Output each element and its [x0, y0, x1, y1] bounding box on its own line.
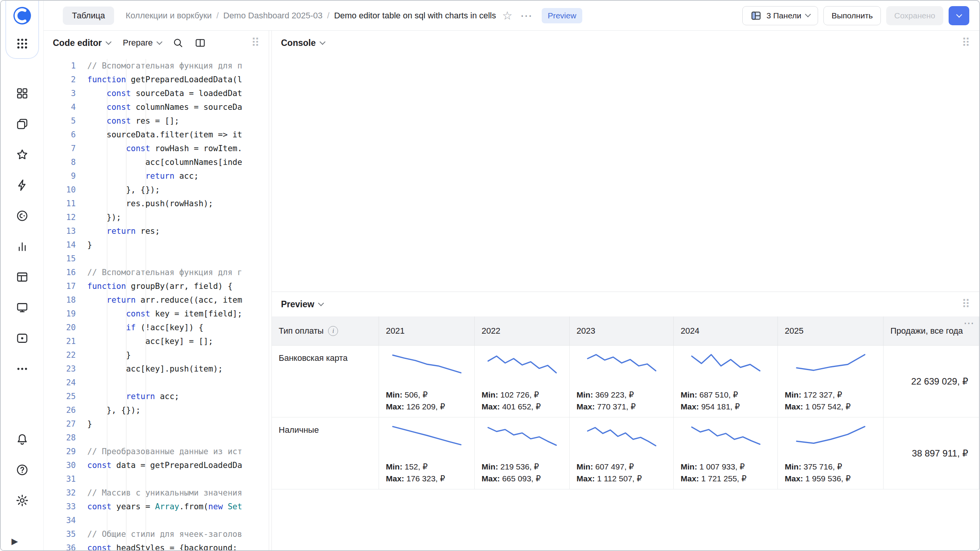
sidebar-nav — [15, 86, 30, 377]
app-window: ▶ Таблица Коллекции и воркбуки/Demo Dash… — [0, 0, 980, 551]
row-total: 22 639 029, ₽ — [884, 346, 979, 417]
minmax-values: Min: 102 726, ₽Max: 401 652, ₽ — [475, 389, 569, 412]
sparkline-chart — [689, 351, 762, 380]
console-selector[interactable]: Console — [281, 38, 325, 48]
split-view-icon[interactable] — [194, 37, 206, 49]
drag-handle-icon[interactable]: ⠿ — [962, 37, 970, 49]
info-icon[interactable]: i — [328, 326, 338, 336]
sparkline-chart — [689, 423, 762, 452]
column-menu-icon[interactable]: ⋯ — [964, 318, 974, 329]
column-header-label: 2025 — [785, 326, 804, 336]
column-header[interactable]: Тип оплатыi — [272, 316, 379, 346]
panels-button[interactable]: 3 Панели — [742, 6, 818, 25]
console-output — [272, 55, 979, 292]
sparkline-chart — [486, 351, 559, 380]
sparkline-cell: Min: 219 536, ₽Max: 665 093, ₽ — [475, 417, 570, 489]
sparkline-cell: Min: 607 497, ₽Max: 1 112 507, ₽ — [570, 417, 674, 489]
code-editor[interactable]: 1234567891011121314151617181920212223242… — [44, 55, 269, 550]
minmax-values: Min: 219 536, ₽Max: 665 093, ₽ — [475, 461, 569, 484]
column-header-label: 2023 — [577, 326, 595, 336]
column-header[interactable]: 2024 — [674, 316, 778, 346]
breadcrumb-separator: / — [216, 11, 219, 21]
code-editor-pane: Code editor Prepare ⠿ 123456789101112131… — [44, 31, 269, 550]
help-icon[interactable] — [15, 462, 30, 478]
sidebar-item-ql[interactable] — [15, 208, 30, 223]
sparkline-cell: Min: 506, ₽Max: 126 209, ₽ — [379, 346, 475, 417]
sparkline-cell: Min: 1 007 933, ₽Max: 1 721 255, ₽ — [674, 417, 778, 489]
minmax-values: Min: 607 497, ₽Max: 1 112 507, ₽ — [570, 461, 673, 484]
chevron-down-icon — [106, 39, 112, 45]
pane-resizer[interactable] — [269, 31, 272, 550]
sidebar-item-collections[interactable] — [15, 116, 30, 132]
notifications-bell-icon[interactable] — [15, 432, 30, 447]
preview-badge[interactable]: Preview — [542, 8, 583, 23]
settings-gear-icon[interactable] — [15, 493, 30, 508]
saved-button[interactable]: Сохранено — [886, 6, 943, 25]
sidebar-item-home[interactable] — [15, 86, 30, 101]
logo-bubble — [5, 1, 39, 59]
sidebar-item-more[interactable] — [15, 361, 30, 377]
sparkline-cell: Min: 152, ₽Max: 176 323, ₽ — [379, 417, 475, 489]
breadcrumb-item: Demo editor table on sql with charts in … — [334, 11, 496, 21]
row-label: Банковская карта — [272, 346, 379, 417]
sidebar-item-charts[interactable] — [15, 239, 30, 254]
favorite-star-icon[interactable]: ☆ — [502, 10, 513, 21]
breadcrumb-item[interactable]: Demo Dashboard 2025-03 — [223, 11, 322, 21]
code-editor-selector[interactable]: Code editor — [53, 38, 111, 48]
search-icon[interactable] — [172, 37, 184, 49]
save-dropdown-button[interactable] — [949, 6, 969, 25]
datalens-logo-icon[interactable] — [13, 6, 32, 25]
table-row: НаличныеMin: 152, ₽Max: 176 323, ₽Min: 2… — [272, 417, 979, 489]
column-header[interactable]: 2025 — [778, 316, 884, 346]
sidebar-item-connections[interactable] — [15, 331, 30, 346]
breadcrumb-item[interactable]: Коллекции и воркбуки — [126, 11, 212, 21]
panels-button-label: 3 Панели — [766, 11, 801, 20]
minmax-values: Min: 687 510, ₽Max: 954 181, ₽ — [674, 389, 777, 412]
column-header-label: 2024 — [681, 326, 699, 336]
sparkline-cell: Min: 172 327, ₽Max: 1 057 542, ₽ — [778, 346, 884, 417]
column-header[interactable]: 2022 — [475, 316, 570, 346]
sidebar-item-dashboards[interactable] — [15, 300, 30, 315]
chevron-down-icon — [956, 12, 962, 18]
right-column: Console ⠿ Preview ⠿ — [272, 31, 979, 550]
more-menu-icon[interactable]: ⋯ — [520, 10, 532, 22]
preview-selector[interactable]: Preview — [281, 299, 323, 310]
preview-table: Тип оплатыi20212022202320242025Продажи, … — [272, 316, 979, 550]
breadcrumb: Коллекции и воркбуки/Demo Dashboard 2025… — [126, 11, 496, 21]
sparkline-cell: Min: 375 716, ₽Max: 1 959 536, ₽ — [778, 417, 884, 489]
code-lines[interactable]: // Вспомогательная функция для пfunction… — [87, 59, 269, 550]
prepare-tab-selector[interactable]: Prepare — [123, 38, 162, 48]
sidebar-item-editor[interactable] — [15, 178, 30, 193]
sparkline-chart — [390, 351, 463, 380]
code-pane-header: Code editor Prepare ⠿ — [44, 31, 269, 55]
sparkline-cell: Min: 687 510, ₽Max: 954 181, ₽ — [674, 346, 778, 417]
sparkline-cell: Min: 102 726, ₽Max: 401 652, ₽ — [475, 346, 570, 417]
tab-table[interactable]: Таблица — [63, 7, 114, 25]
column-header-label: 2022 — [482, 326, 500, 336]
table-header-row: Тип оплатыi20212022202320242025Продажи, … — [272, 316, 979, 346]
code-gutter[interactable]: 1234567891011121314151617181920212223242… — [44, 59, 76, 550]
topbar-actions: 3 Панели Выполнить Сохранено — [742, 6, 969, 25]
column-header[interactable]: 2023 — [570, 316, 674, 346]
minmax-values: Min: 172 327, ₽Max: 1 057 542, ₽ — [778, 389, 883, 412]
chevron-down-icon — [157, 39, 163, 45]
topbar: Таблица Коллекции и воркбуки/Demo Dashbo… — [44, 1, 979, 31]
expand-sidebar-icon[interactable]: ▶ — [11, 536, 18, 546]
breadcrumb-separator: / — [327, 11, 330, 21]
minmax-values: Min: 369 223, ₽Max: 770 371, ₽ — [570, 389, 673, 412]
apps-grid-icon[interactable] — [15, 36, 30, 51]
console-pane: Console ⠿ — [272, 31, 979, 292]
drag-handle-icon[interactable]: ⠿ — [251, 37, 260, 49]
sidebar-item-favorites[interactable] — [15, 147, 30, 162]
column-header[interactable]: 2021 — [379, 316, 475, 346]
sidebar: ▶ — [1, 1, 44, 550]
drag-handle-icon[interactable]: ⠿ — [962, 298, 970, 310]
sidebar-item-datasets[interactable] — [15, 269, 30, 285]
table-body: Банковская картаMin: 506, ₽Max: 126 209,… — [272, 346, 979, 489]
table-row: Банковская картаMin: 506, ₽Max: 126 209,… — [272, 346, 979, 417]
row-total: 38 897 911, ₽ — [884, 417, 979, 489]
sparkline-chart — [390, 423, 463, 452]
column-header[interactable]: Продажи, все года⋯ — [884, 316, 979, 346]
run-button[interactable]: Выполнить — [823, 6, 881, 25]
minmax-values: Min: 506, ₽Max: 126 209, ₽ — [379, 389, 474, 412]
